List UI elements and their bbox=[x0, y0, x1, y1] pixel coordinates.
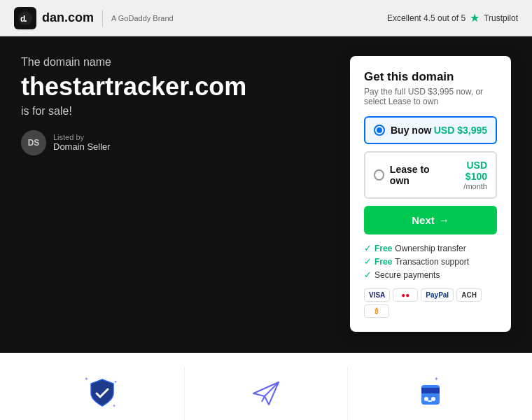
hero-left: The domain name thestartracker.com is fo… bbox=[21, 56, 350, 155]
dan-logo-icon: d. bbox=[14, 7, 36, 29]
perks-list: ✓ Free Ownership transfer ✓ Free Transac… bbox=[364, 243, 497, 280]
svg-point-8 bbox=[424, 397, 428, 401]
hero-subtitle: The domain name bbox=[21, 56, 336, 69]
lease-label: Lease to own bbox=[390, 164, 446, 186]
perk2-free: Free bbox=[374, 257, 392, 267]
perk1-free: Free bbox=[374, 244, 392, 253]
feature-fast-transfers: Fast & easy transfers bbox=[185, 367, 349, 420]
perk-secure: ✓ Secure payments bbox=[364, 270, 497, 280]
header: d. dan.com A GoDaddy Brand Excellent 4.5… bbox=[0, 0, 532, 36]
feature-hassle-free: ✦ Hassle free payments bbox=[348, 367, 511, 420]
visa-badge: VISA bbox=[364, 288, 390, 302]
perk2-text: Transaction support bbox=[395, 257, 469, 267]
card-subtitle: Pay the full USD $3,995 now, or select L… bbox=[364, 87, 497, 106]
paypal-badge: PayPal bbox=[421, 288, 454, 302]
hero-forsale: is for sale! bbox=[21, 105, 336, 118]
perk3-text: Secure payments bbox=[374, 270, 440, 280]
lease-period: /month bbox=[446, 182, 487, 190]
svg-text:✦: ✦ bbox=[84, 376, 89, 382]
seller-name: Domain Seller bbox=[53, 141, 111, 152]
dan-logo[interactable]: d. dan.com bbox=[14, 7, 94, 29]
buy-now-option[interactable]: Buy now USD $3,995 bbox=[364, 116, 497, 144]
check-icon-1: ✓ bbox=[364, 243, 372, 253]
svg-rect-10 bbox=[428, 400, 432, 402]
next-label: Next bbox=[412, 214, 435, 226]
hero-domain: thestartracker.com bbox=[21, 73, 336, 101]
purchase-card: Get this domain Pay the full USD $3,995 … bbox=[350, 56, 511, 332]
lease-radio bbox=[374, 169, 384, 181]
check-icon-2: ✓ bbox=[364, 256, 372, 267]
lease-option[interactable]: Lease to own USD $100 /month bbox=[364, 151, 497, 199]
lease-left: Lease to own bbox=[374, 164, 446, 186]
svg-text:d.: d. bbox=[20, 14, 27, 24]
seller-info: DS Listed by Domain Seller bbox=[21, 130, 336, 155]
svg-rect-7 bbox=[421, 388, 440, 393]
hassle-free-icon: ✦ bbox=[409, 372, 451, 414]
mc-badge: ●● bbox=[393, 288, 418, 302]
radio-inner bbox=[377, 127, 382, 133]
check-icon-3: ✓ bbox=[364, 270, 372, 280]
lease-price: USD $100 bbox=[446, 160, 487, 182]
trustpilot-brand: Trustpilot bbox=[484, 13, 518, 23]
btc-badge: ₿ bbox=[364, 304, 389, 318]
svg-text:✦: ✦ bbox=[112, 403, 116, 408]
godaddy-label: A GoDaddy Brand bbox=[111, 14, 174, 22]
payment-icons: VISA ●● PayPal ACH ₿ bbox=[364, 288, 497, 318]
feature-buyer-protection: ✦ ✦ ✦ Buyer Protection program bbox=[21, 367, 185, 420]
lease-right: USD $100 /month bbox=[446, 160, 487, 190]
buy-now-label: Buy now bbox=[391, 125, 431, 136]
ach-badge: ACH bbox=[456, 288, 482, 302]
seller-listed-label: Listed by bbox=[53, 133, 111, 141]
svg-text:✦: ✦ bbox=[434, 376, 439, 382]
seller-text-block: Listed by Domain Seller bbox=[53, 133, 111, 152]
perk1-text: Ownership transfer bbox=[395, 244, 465, 253]
svg-text:✦: ✦ bbox=[113, 379, 118, 384]
dan-logo-text: dan.com bbox=[42, 10, 94, 25]
next-arrow-icon: → bbox=[439, 214, 449, 226]
card-title: Get this domain bbox=[364, 70, 497, 84]
features-section: ✦ ✦ ✦ Buyer Protection program Fast & ea… bbox=[0, 353, 532, 420]
next-button[interactable]: Next → bbox=[364, 206, 497, 234]
perk-transaction: ✓ Free Transaction support bbox=[364, 256, 497, 267]
trustpilot-label: Excellent 4.5 out of 5 bbox=[387, 13, 465, 23]
buy-now-left: Buy now bbox=[374, 125, 431, 136]
header-left: d. dan.com A GoDaddy Brand bbox=[14, 7, 174, 29]
header-divider bbox=[102, 10, 103, 27]
fast-transfers-icon bbox=[245, 372, 287, 414]
buy-now-radio bbox=[374, 125, 385, 136]
trustpilot-area: Excellent 4.5 out of 5 ★ Trustpilot bbox=[387, 11, 518, 24]
svg-point-9 bbox=[431, 397, 435, 401]
perk-ownership: ✓ Free Ownership transfer bbox=[364, 243, 497, 253]
buyer-protection-icon: ✦ ✦ ✦ bbox=[81, 372, 123, 414]
buy-now-price: USD $3,995 bbox=[434, 125, 487, 136]
hero-section: The domain name thestartracker.com is fo… bbox=[0, 36, 532, 353]
star-icon: ★ bbox=[470, 11, 479, 24]
buy-now-right: USD $3,995 bbox=[434, 125, 487, 136]
seller-avatar: DS bbox=[21, 130, 46, 155]
